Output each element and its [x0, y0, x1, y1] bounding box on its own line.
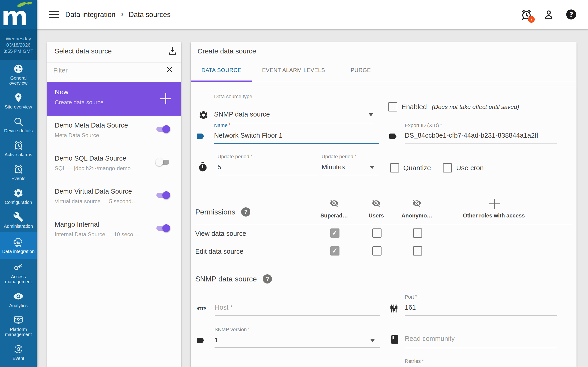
key-icon — [13, 262, 24, 273]
sidebar-item-label: Access management — [1, 274, 36, 284]
sidebar-item-label: Site overview — [5, 104, 32, 109]
sidebar-item-access-management[interactable]: Access management — [0, 259, 37, 288]
snmp-version-label: SNMP version — [215, 327, 250, 333]
quantize-label: Quantize — [403, 164, 431, 172]
data-source-type-select[interactable]: SNMP data source — [214, 110, 270, 118]
use-cron-checkbox[interactable] — [443, 163, 452, 173]
filter-input[interactable] — [53, 67, 164, 74]
help-icon[interactable]: ? — [241, 207, 250, 217]
sidebar-item-label: Administration — [4, 224, 33, 229]
chevron-down-icon[interactable] — [369, 113, 373, 116]
help-icon[interactable]: ? — [565, 9, 578, 21]
breadcrumb-data-integration[interactable]: Data integration — [65, 10, 115, 19]
sidebar-item-events[interactable]: Events — [0, 161, 37, 184]
new-data-source-item[interactable]: New Create data source — [47, 82, 181, 116]
update-period-input[interactable] — [217, 163, 314, 171]
underline — [53, 78, 175, 78]
source-type: Virtual data source — 5 second… — [55, 198, 137, 205]
enabled-row: Enabled (Does not take effect until save… — [388, 102, 519, 111]
eye-off-icon[interactable] — [372, 199, 381, 209]
sidebar-item-configuration[interactable]: Configuration — [0, 184, 37, 208]
clock-date: 03/18/2026 — [6, 42, 30, 47]
unchecked-permission-checkbox[interactable] — [413, 246, 422, 256]
filter-row — [47, 62, 181, 82]
sidebar-item-administration[interactable]: Administration — [0, 208, 37, 232]
source-type: Internal Data Source — 10 seco… — [55, 231, 139, 238]
sidebar-item-device-details[interactable]: Device details — [0, 113, 37, 137]
permissions-heading: Permissions ? — [195, 207, 250, 217]
tab-event-alarm-levels[interactable]: EVENT ALARM LEVELS — [252, 59, 335, 82]
name-input[interactable] — [214, 132, 375, 139]
wrench-icon — [13, 212, 24, 222]
book-icon — [389, 334, 400, 346]
sidebar-nav: General overviewSite overviewDevice deta… — [0, 60, 37, 367]
chevron-down-icon[interactable] — [370, 339, 375, 342]
unchecked-permission-checkbox[interactable] — [372, 246, 381, 256]
tab-data-source[interactable]: DATA SOURCE — [191, 59, 252, 82]
checked-permission-checkbox[interactable] — [330, 246, 339, 256]
sidebar-item-data-integration[interactable]: Data integration — [0, 232, 37, 259]
sidebar-item-analytics[interactable]: Analytics — [0, 288, 37, 311]
gear-sync-icon — [13, 344, 24, 354]
read-community-input[interactable] — [405, 335, 556, 342]
underline — [214, 124, 374, 124]
download-icon[interactable] — [167, 46, 178, 56]
new-item-subtitle: Create data source — [55, 99, 104, 106]
chevron-down-icon[interactable] — [370, 166, 374, 169]
update-period-unit-select[interactable]: Minutes — [321, 163, 345, 171]
help-icon[interactable]: ? — [263, 274, 272, 284]
quantize-row: Quantize — [390, 163, 431, 173]
enabled-checkbox[interactable] — [388, 102, 397, 111]
sidebar-item-site-overview[interactable]: Site overview — [0, 89, 37, 113]
data-source-drawer: Select data source New Create data sourc… — [47, 42, 181, 367]
port-label: Port — [405, 294, 417, 300]
sidebar-item-label: Data integration — [2, 249, 35, 254]
clock-time: 3:55 PM GMT — [3, 49, 34, 53]
data-source-list-item[interactable]: Demo Virtual Data SourceVirtual data sou… — [47, 182, 181, 215]
enable-toggle[interactable] — [156, 193, 169, 198]
checked-permission-checkbox[interactable] — [330, 228, 339, 238]
underline — [321, 175, 379, 175]
xid-input[interactable] — [405, 132, 556, 139]
breadcrumb-data-sources[interactable]: Data sources — [129, 10, 171, 19]
sidebar-item-general-overview[interactable]: General overview — [0, 60, 37, 89]
data-source-list-item[interactable]: Demo SQL Data SourceSQL — jdbc:h2:~/mang… — [47, 149, 181, 182]
alarm-clock-icon[interactable]: 7 — [520, 9, 532, 21]
sidebar-item-event[interactable]: Event — [0, 340, 37, 364]
enable-toggle[interactable] — [156, 160, 169, 165]
add-role-icon[interactable] — [489, 199, 500, 209]
port-input[interactable] — [405, 304, 556, 311]
tab-purge[interactable]: PURGE — [335, 59, 387, 82]
underline — [214, 143, 379, 144]
page-title: Create data source — [198, 47, 256, 55]
permissions-heading-text: Permissions — [195, 208, 235, 216]
mango-logo[interactable]: m — [0, 0, 37, 29]
unchecked-permission-checkbox[interactable] — [413, 228, 422, 238]
unchecked-permission-checkbox[interactable] — [372, 228, 381, 238]
eye-icon — [13, 291, 24, 302]
enable-toggle[interactable] — [156, 226, 169, 231]
eye-off-icon[interactable] — [330, 199, 339, 209]
pin-icon — [13, 92, 24, 103]
data-source-list-item[interactable]: Mango InternalInternal Data Source — 10 … — [47, 215, 181, 248]
quantize-checkbox[interactable] — [390, 163, 399, 173]
gear-icon — [199, 110, 208, 121]
underline — [405, 315, 557, 316]
svg-text:m: m — [1, 1, 28, 28]
snmp-version-select[interactable]: 1 — [215, 336, 218, 344]
person-icon[interactable] — [543, 9, 555, 21]
clear-filter-icon[interactable] — [166, 66, 173, 73]
source-name: Demo Meta Data Source — [55, 122, 128, 129]
eye-off-icon[interactable] — [412, 199, 422, 209]
data-source-list-item[interactable]: Demo Meta Data SourceMeta Data Source — [47, 116, 181, 149]
sidebar-item-active-alarms[interactable]: Active alarms — [0, 137, 37, 161]
http-icon: HTTP — [197, 307, 206, 310]
plus-icon — [160, 93, 172, 105]
sidebar: m Wednesday 03/18/2026 3:55 PM GMT Gener… — [0, 0, 37, 367]
sidebar-item-platform-management[interactable]: Platform management — [0, 311, 37, 340]
enable-toggle[interactable] — [156, 127, 169, 132]
globe-icon — [13, 64, 24, 74]
underline — [215, 315, 380, 316]
menu-icon[interactable] — [49, 11, 59, 18]
host-input[interactable] — [215, 304, 376, 311]
